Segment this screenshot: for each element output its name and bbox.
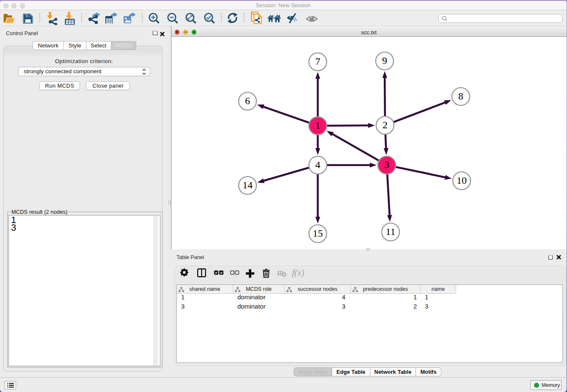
svg-text:4: 4 <box>315 159 320 170</box>
svg-text:2: 2 <box>383 119 388 130</box>
svg-text:10: 10 <box>457 175 467 186</box>
svg-text:3: 3 <box>384 159 389 170</box>
svg-text:9: 9 <box>382 55 387 66</box>
svg-text:1: 1 <box>315 120 320 131</box>
svg-text:7: 7 <box>315 56 320 67</box>
svg-text:6: 6 <box>245 95 250 106</box>
svg-text:8: 8 <box>458 91 463 102</box>
svg-text:15: 15 <box>313 228 323 239</box>
svg-text:14: 14 <box>242 179 253 190</box>
svg-text:11: 11 <box>385 226 395 237</box>
